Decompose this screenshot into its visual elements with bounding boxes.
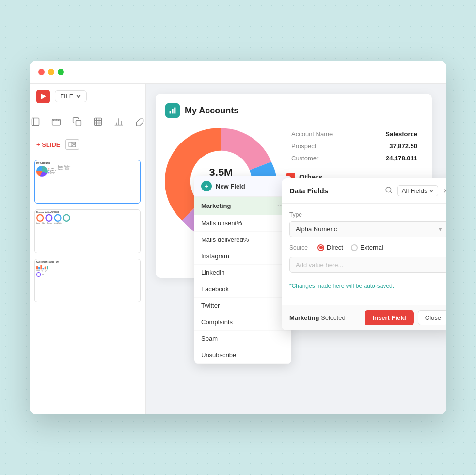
dropdown-item-mails-unsent[interactable]: Mails unsent% [194,215,291,232]
all-fields-button[interactable]: All Fields [397,185,439,196]
radio-direct-dot [319,246,323,249]
selected-field-name: Marketing [289,314,319,321]
search-button[interactable] [385,186,393,196]
data-fields-header: Data Fields All Fields × [282,178,446,204]
item-label: Linkedin [201,269,224,276]
svg-rect-21 [72,145,75,147]
chart-bar-icon[interactable] [113,114,125,129]
table-icon[interactable] [93,114,104,129]
type-select[interactable]: Alpha Numeric ▾ [289,221,446,237]
dropdown-item-linkedin[interactable]: Linkedin [194,265,291,281]
svg-rect-8 [76,120,81,126]
left-panel: FILE [30,84,146,414]
add-slide-button[interactable]: + SLIDE [36,141,61,148]
file-label: FILE [60,93,73,100]
svg-rect-20 [72,142,75,144]
chevron-down-icon: ▾ [439,225,442,233]
radio-direct-circle [317,244,324,251]
radio-direct-label: Direct [327,244,343,251]
item-label: Facebook [201,285,229,293]
selected-field-text: Marketing Selected [289,314,346,321]
source-label: Source [289,244,308,251]
type-value: Alpha Numeric [296,225,337,233]
top-icons-row [30,109,145,134]
dropdown-item-spam[interactable]: Spam [194,331,291,347]
slide-add-row: + SLIDE [30,134,145,155]
svg-rect-22 [170,111,171,113]
svg-point-26 [386,187,391,192]
clapperboard-icon[interactable] [50,114,62,129]
customer-value: 24,178.011 [362,153,421,164]
chart-header: My Accounts [165,103,422,118]
svg-rect-19 [69,142,72,147]
add-value-placeholder: Add value here... [296,261,343,269]
account-name-value: Salesforce [362,128,421,140]
close-button[interactable]: Close [418,310,446,325]
account-table: Account Name Salesforce Prospect 37,872.… [286,127,422,165]
data-fields-footer: Marketing Selected Insert Field Close [282,305,446,330]
radio-external[interactable]: External [351,244,383,251]
autosave-note: *Changes made here will be auto-saved. [289,283,446,289]
chart-panel-icon [165,103,180,118]
selected-label: Selected [321,314,346,321]
source-row: Source Direct External [289,244,446,251]
item-label: Mails unsent% [201,220,242,227]
svg-rect-9 [95,118,102,125]
slide-thumbnail-3[interactable]: Customer Status - Q4 StatusQ4Q3 [34,259,141,302]
maximize-traffic-light[interactable] [58,69,64,75]
main-layout: FILE [30,84,446,414]
dropdown-item-unsubscribe[interactable]: Unsubscribe [194,347,291,364]
slide-thumbnail-2[interactable]: Revenue Metrics WTR/Q3 JapanDubaiGermany… [34,209,141,253]
minimize-traffic-light[interactable] [48,69,54,75]
data-fields-close-button[interactable]: × [443,187,446,195]
plus-icon: + [201,181,212,191]
item-label: Twitter [201,302,220,309]
data-fields-body: Type Alpha Numeric ▾ Source Direct [282,204,446,305]
slide-thumbnail-1[interactable]: My Accounts Others TenantCal Typepad Sal… [34,160,141,204]
radio-external-label: External [360,244,383,251]
new-field-label: New Field [216,183,245,190]
svg-point-18 [138,120,140,121]
new-field-dropdown: + New Field Marketing ⋯ Mails unsent% Ma… [194,176,291,364]
toolbar-row: FILE [30,84,145,109]
item-label: Unsubscribe [201,351,236,359]
dropdown-item-complaints[interactable]: Complaints [194,314,291,331]
file-button[interactable]: FILE [55,90,87,102]
traffic-lights [38,69,64,75]
footer-buttons: Insert Field Close [365,310,446,325]
main-content: My Accounts [146,84,446,414]
item-label: Complaints [201,318,233,326]
insert-field-button[interactable]: Insert Field [365,310,413,325]
puzzle-icon[interactable] [134,114,145,129]
dropdown-item-twitter[interactable]: Twitter [194,298,291,314]
copy-icon[interactable] [71,114,82,129]
slides-list: My Accounts Others TenantCal Typepad Sal… [30,155,145,414]
logo-icon [36,90,50,103]
svg-marker-0 [41,94,46,99]
prospect-label: Prospect [287,141,361,152]
dropdown-header: + New Field [194,176,291,197]
layout-toggle-icon[interactable] [65,139,79,150]
all-fields-label: All Fields [402,187,428,194]
item-label: Marketing [201,202,231,209]
svg-line-27 [390,191,392,193]
svg-rect-1 [32,118,39,125]
close-traffic-light[interactable] [38,69,45,75]
item-label: Spam [201,335,218,342]
dropdown-item-instagram[interactable]: Instagram [194,248,291,265]
data-fields-header-right: All Fields × [385,185,446,196]
add-value-input[interactable]: Add value here... [289,257,446,273]
dropdown-item-facebook[interactable]: Facebook [194,281,291,298]
prospect-value: 37,872.50 [362,141,421,152]
crop-icon[interactable] [30,114,41,129]
chart-title: My Accounts [185,106,238,116]
svg-rect-24 [174,108,175,114]
radio-direct[interactable]: Direct [317,244,343,251]
dropdown-item-marketing[interactable]: Marketing ⋯ [194,197,291,215]
customer-label: Customer [287,153,361,164]
dropdown-item-mails-delivered[interactable]: Mails delivered% [194,232,291,248]
svg-rect-23 [172,109,173,114]
app-window: FILE [30,61,446,414]
item-label: Instagram [201,253,229,260]
title-bar [30,61,446,84]
